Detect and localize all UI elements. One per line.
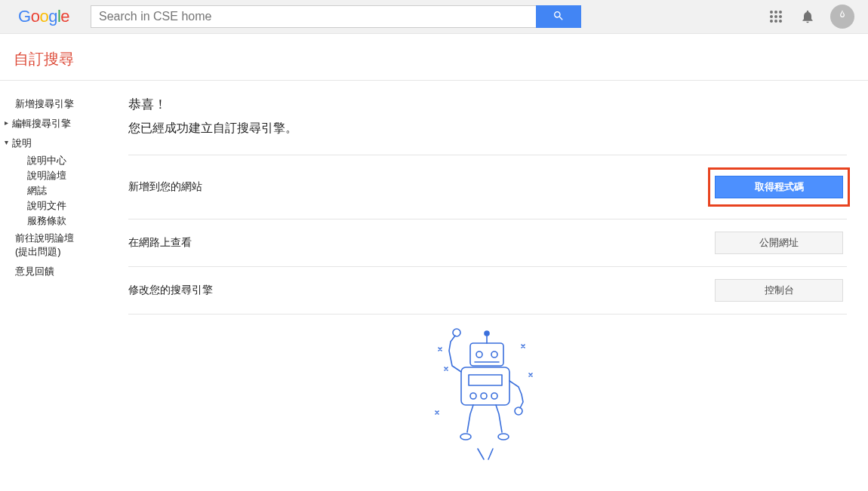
search-box [91, 5, 581, 28]
svg-point-1 [774, 11, 777, 14]
apps-icon[interactable] [767, 8, 785, 26]
svg-point-0 [770, 11, 773, 14]
svg-point-11 [491, 351, 497, 358]
svg-point-10 [476, 351, 482, 358]
row-label: 在網路上查看 [128, 236, 711, 250]
sidebar-item-new-engine[interactable]: 新增搜尋引擎 [11, 94, 109, 114]
sidebar-item-label: 說明 [12, 137, 32, 149]
row-add-to-site: 新增到您的網站 取得程式碼 [128, 155, 847, 219]
svg-point-4 [774, 15, 777, 18]
sidebar-sub-help-forum[interactable]: 說明論壇 [11, 168, 109, 183]
row-label: 修改您的搜尋引擎 [128, 284, 711, 297]
sidebar-sub-help-center[interactable]: 說明中心 [11, 153, 109, 168]
account-avatar[interactable] [830, 5, 854, 29]
flame-icon [837, 8, 848, 25]
search-button[interactable] [536, 5, 581, 28]
row-modify-engine: 修改您的搜尋引擎 控制台 [128, 267, 847, 315]
robot-icon [408, 322, 567, 473]
congrats-heading: 恭喜！ [128, 96, 847, 113]
sidebar-sub-blog[interactable]: 網誌 [11, 183, 109, 198]
highlight-box: 取得程式碼 [708, 167, 850, 207]
main-content: 恭喜！ 您已經成功建立自訂搜尋引擎。 新增到您的網站 取得程式碼 在網路上查看 … [113, 81, 868, 491]
sidebar-sub-tos[interactable]: 服務條款 [11, 213, 109, 229]
svg-point-6 [770, 20, 773, 23]
svg-point-21 [515, 407, 522, 415]
public-url-button[interactable]: 公開網址 [715, 232, 843, 254]
sidebar-item-feedback[interactable]: 意見回饋 [11, 262, 109, 281]
svg-point-17 [470, 393, 476, 399]
get-code-button[interactable]: 取得程式碼 [715, 176, 843, 198]
svg-point-20 [453, 329, 460, 336]
sidebar-item-sublabel: (提出問題) [15, 245, 109, 259]
notifications-icon[interactable] [799, 8, 817, 26]
svg-point-14 [485, 331, 489, 336]
sidebar: 新增搜尋引擎 ▸ 編輯搜尋引擎 ▾ 說明 說明中心 說明論壇 網誌 說明文件 服… [0, 81, 113, 491]
control-panel-button[interactable]: 控制台 [715, 279, 843, 302]
svg-point-22 [460, 434, 471, 440]
congrats-message: 您已經成功建立自訂搜尋引擎。 [128, 121, 847, 137]
row-view-online: 在網路上查看 公開網址 [128, 219, 847, 267]
search-input[interactable] [91, 5, 536, 28]
page-title: 自訂搜尋 [0, 34, 868, 81]
google-logo[interactable]: Google [18, 7, 69, 26]
svg-point-3 [770, 15, 773, 18]
top-bar: Google [0, 0, 868, 34]
footer: ©2018 Google - Google 首頁 - 關於 Google - 隱… [128, 483, 847, 491]
svg-point-2 [779, 11, 782, 14]
caret-right-icon: ▸ [5, 118, 8, 127]
svg-point-23 [498, 434, 509, 440]
sidebar-item-help[interactable]: ▾ 說明 [11, 133, 109, 153]
sidebar-item-edit-engine[interactable]: ▸ 編輯搜尋引擎 [11, 114, 109, 133]
sidebar-sub-docs[interactable]: 說明文件 [11, 198, 109, 213]
svg-point-5 [779, 15, 782, 18]
caret-down-icon: ▾ [5, 138, 8, 146]
svg-point-8 [779, 20, 782, 23]
row-label: 新增到您的網站 [128, 180, 711, 194]
sidebar-item-label: 前往說明論壇 [15, 232, 109, 245]
sidebar-item-go-forum[interactable]: 前往說明論壇 (提出問題) [11, 229, 109, 262]
svg-rect-15 [461, 367, 509, 405]
svg-rect-16 [469, 375, 502, 385]
sidebar-item-label: 編輯搜尋引擎 [12, 118, 71, 129]
search-icon [553, 10, 565, 24]
svg-point-19 [491, 393, 497, 399]
svg-point-18 [481, 393, 487, 399]
svg-point-7 [774, 20, 777, 23]
robot-illustration [128, 315, 847, 483]
